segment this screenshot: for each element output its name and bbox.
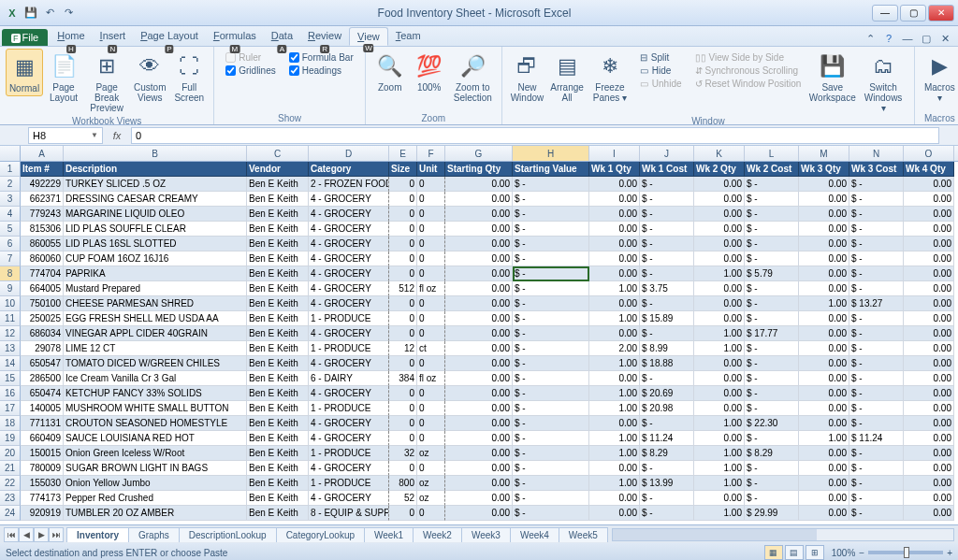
cell[interactable]: 0 [417, 416, 445, 431]
page-break-view-btn[interactable]: ⊞ [806, 545, 824, 560]
cell[interactable]: 29078 [21, 341, 64, 356]
cell[interactable]: $ - [745, 461, 799, 476]
cell[interactable]: $ - [513, 401, 589, 416]
cell[interactable]: $ - [640, 326, 694, 341]
row-header[interactable]: 21 [0, 461, 21, 476]
cell[interactable]: 0.00 [445, 491, 513, 506]
sheet-nav-button[interactable]: ▶ [34, 527, 49, 542]
cell[interactable]: 0 [389, 296, 417, 311]
cell[interactable]: 0.00 [589, 192, 640, 207]
cell[interactable]: SUGAR BROWN LIGHT IN BAGS [64, 461, 247, 476]
cell[interactable]: $ 3.75 [640, 281, 694, 296]
cell[interactable]: 0.00 [904, 281, 954, 296]
col-header-E[interactable]: E [389, 146, 417, 161]
col-header-K[interactable]: K [694, 146, 745, 161]
redo-icon[interactable]: ↷ [60, 5, 77, 22]
cell[interactable]: $ - [640, 222, 694, 237]
undo-icon[interactable]: ↶ [41, 5, 58, 22]
sheet-tab-week3[interactable]: Week3 [461, 527, 511, 542]
cell[interactable]: $ - [513, 356, 589, 371]
cell[interactable]: 4 - GROCERY [309, 207, 389, 222]
cell[interactable]: 0.00 [799, 476, 849, 491]
cell[interactable]: 0.00 [694, 207, 745, 222]
cell[interactable]: $ - [849, 401, 904, 416]
cell[interactable]: 4 - GROCERY [309, 222, 389, 237]
sheet-tab-week2[interactable]: Week2 [413, 527, 462, 542]
cell[interactable]: 4 - GROCERY [309, 491, 389, 506]
cell[interactable]: $ - [640, 296, 694, 311]
cell[interactable]: 1 - PRODUCE [309, 311, 389, 326]
cell[interactable]: 779243 [21, 207, 64, 222]
cell[interactable]: 0.00 [589, 416, 640, 431]
cell[interactable]: $ - [513, 476, 589, 491]
col-header-A[interactable]: A [21, 146, 64, 161]
cell[interactable]: 0.00 [694, 237, 745, 251]
cell[interactable]: PAPRIKA [64, 266, 247, 281]
cell[interactable]: 0 [417, 356, 445, 371]
cell[interactable]: 12 [389, 341, 417, 356]
tab-data[interactable]: DataA [264, 27, 300, 46]
cell[interactable]: $ - [849, 177, 904, 192]
cell[interactable]: $ - [513, 461, 589, 476]
cell[interactable]: 0.00 [445, 461, 513, 476]
cell[interactable]: 0.00 [589, 491, 640, 506]
formula-bar-checkbox[interactable]: Formula Bar [289, 52, 354, 63]
cell[interactable]: Ben E Keith [247, 461, 309, 476]
cell[interactable]: ct [417, 341, 445, 356]
cell[interactable]: 771131 [21, 416, 64, 431]
cell[interactable]: $ - [745, 356, 799, 371]
cell[interactable]: 0.00 [799, 461, 849, 476]
row-header[interactable]: 2 [0, 177, 21, 192]
cell[interactable]: 0.00 [904, 356, 954, 371]
cell[interactable]: 774173 [21, 491, 64, 506]
row-header[interactable]: 8 [0, 266, 21, 281]
cell[interactable]: 1.00 [694, 476, 745, 491]
cell[interactable]: 140005 [21, 401, 64, 416]
row-header[interactable]: 20 [0, 446, 21, 461]
cell[interactable]: 0.00 [445, 281, 513, 296]
cell[interactable]: 0 [389, 401, 417, 416]
cell[interactable]: SAUCE LOUISIANA RED HOT [64, 431, 247, 446]
cell[interactable]: 1.00 [694, 461, 745, 476]
cell[interactable]: $ - [640, 177, 694, 192]
col-header-O[interactable]: O [904, 146, 954, 161]
cell[interactable]: oz [417, 491, 445, 506]
cell[interactable]: $ - [849, 222, 904, 237]
cell[interactable]: $ - [513, 311, 589, 326]
row-header[interactable]: 10 [0, 296, 21, 311]
cell[interactable]: 0.00 [799, 491, 849, 506]
cell[interactable]: $ - [640, 416, 694, 431]
cell[interactable]: MUSHROOM WHITE SMALL BUTTON [64, 401, 247, 416]
save-icon[interactable]: 💾 [22, 5, 39, 22]
cell[interactable]: 0.00 [589, 266, 640, 281]
zoom-in-button[interactable]: + [947, 548, 952, 558]
excel-icon[interactable]: X [4, 5, 21, 22]
cell[interactable]: 0.00 [904, 341, 954, 356]
cell[interactable]: 0.00 [904, 401, 954, 416]
cell[interactable]: $ - [849, 491, 904, 506]
cell[interactable]: 0 [389, 461, 417, 476]
hide-button[interactable]: ▭Hide [640, 65, 682, 76]
cell[interactable]: 0 [389, 222, 417, 237]
cell[interactable]: 0.00 [589, 237, 640, 251]
row-header[interactable]: 11 [0, 311, 21, 326]
cell[interactable]: TURKEY SLICED .5 OZ [64, 177, 247, 192]
cell[interactable]: CHEESE PARMESAN SHRED [64, 296, 247, 311]
zoom-slider[interactable] [868, 551, 943, 554]
cell[interactable]: $ - [849, 341, 904, 356]
cell[interactable]: 0 [389, 416, 417, 431]
cell[interactable]: 0.00 [445, 326, 513, 341]
cell[interactable]: Ben E Keith [247, 476, 309, 491]
minimize-button[interactable]: — [872, 5, 898, 22]
cell[interactable]: 286500 [21, 371, 64, 386]
cell[interactable]: $ - [745, 476, 799, 491]
cell[interactable]: 0 [389, 266, 417, 281]
cell[interactable]: Pepper Red Crushed [64, 491, 247, 506]
cell[interactable]: 0.00 [799, 192, 849, 207]
cell[interactable]: Ben E Keith [247, 222, 309, 237]
row-header[interactable]: 23 [0, 491, 21, 506]
header-cell[interactable]: Wk 3 Cost [849, 162, 904, 177]
cell[interactable]: 0 [417, 177, 445, 192]
cell[interactable]: $ - [513, 237, 589, 251]
cell[interactable]: 0.00 [445, 251, 513, 266]
